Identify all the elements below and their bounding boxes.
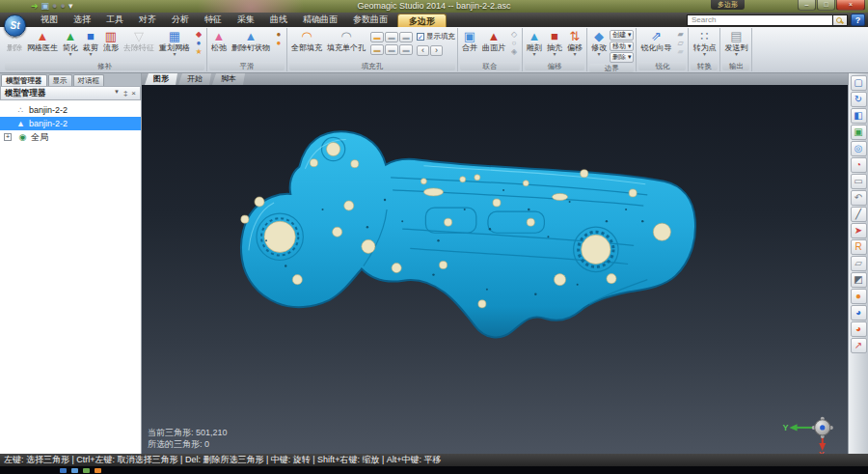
remesh-button[interactable]: ▦重划网格▾: [157, 28, 192, 58]
menu-item-分析[interactable]: 分析: [164, 13, 197, 27]
offset-button[interactable]: ⇅偏移▾: [565, 28, 584, 58]
taskbar-icon[interactable]: [60, 468, 67, 473]
modify-boundary-button[interactable]: ◆修改▾: [589, 28, 609, 58]
sphere-tool-icon[interactable]: ●: [193, 39, 204, 47]
fill-flat-icon[interactable]: ▬: [399, 32, 413, 42]
minimize-button[interactable]: –: [798, 0, 816, 11]
display-mode-icon[interactable]: ▢: [851, 75, 867, 91]
menu-item-采集[interactable]: 采集: [230, 13, 262, 27]
link-icon[interactable]: ○: [508, 39, 520, 47]
trim-button[interactable]: ■裁剪▾: [81, 28, 100, 58]
boolean-icon[interactable]: ◇: [508, 30, 520, 39]
panel-pin-icon[interactable]: ‡: [123, 89, 127, 98]
qat-dropdown-icon[interactable]: ▾: [68, 1, 73, 11]
datum-display-icon[interactable]: ◔: [851, 157, 867, 173]
spin-ball-icon[interactable]: ●: [851, 289, 867, 304]
decimate-button[interactable]: ▲简化▾: [61, 28, 80, 58]
sharpen-edge-icon[interactable]: ▰: [674, 30, 686, 39]
help-button[interactable]: ?: [851, 14, 865, 26]
viewport-tab-图形[interactable]: 图形: [145, 73, 177, 85]
measure-icon[interactable]: ╱: [851, 207, 867, 222]
nav-arrow-button[interactable]: ‹: [417, 45, 429, 56]
import-icon[interactable]: ➜: [31, 1, 39, 11]
denoise-icon[interactable]: ●: [273, 39, 285, 47]
menu-item-视图[interactable]: 视图: [33, 13, 66, 27]
flatten-edge-icon[interactable]: ▱: [674, 39, 686, 47]
menu-item-选择[interactable]: 选择: [66, 13, 98, 27]
lasso-select-icon[interactable]: R: [851, 239, 867, 255]
hole-grow-icon[interactable]: ▬: [399, 44, 413, 55]
flag-view-icon[interactable]: ◕: [851, 305, 867, 321]
menu-item-参数曲面[interactable]: 参数曲面: [345, 13, 395, 27]
partial-fill-icon[interactable]: ▬: [385, 44, 398, 55]
axis-reset-icon[interactable]: ↗: [851, 338, 867, 353]
rotate-view-icon[interactable]: ↻: [851, 92, 867, 107]
small-button-删除[interactable]: 删除 ▾: [610, 52, 634, 63]
paint-select-icon[interactable]: ▱: [851, 256, 867, 271]
zoom-window-icon[interactable]: ◎: [851, 141, 867, 156]
undo-icon[interactable]: ●: [52, 1, 57, 11]
snapshot-icon[interactable]: ▣: [851, 125, 867, 140]
orbit-icon[interactable]: ◕: [851, 321, 867, 337]
convert-to-points-button[interactable]: ∷转为点▾: [691, 28, 718, 58]
send-to-button[interactable]: ▤发送到▾: [722, 28, 749, 58]
maximize-button[interactable]: □: [817, 0, 835, 11]
menu-item-工具[interactable]: 工具: [98, 13, 131, 27]
panel-tab-对话框[interactable]: 对话框: [73, 74, 105, 86]
app-logo[interactable]: St: [4, 14, 26, 37]
viewport-canvas[interactable]: Y X 当前三角形: 501,210 所选的三角形: 0: [142, 85, 848, 454]
search-button[interactable]: [833, 14, 848, 26]
tree-item-banjin-2-2[interactable]: ▲banjin-2-2: [0, 117, 141, 130]
manifold-button[interactable]: ▥流形: [101, 28, 121, 53]
merge-button[interactable]: ▣合并: [460, 28, 479, 53]
tab-polygons[interactable]: 多边形: [397, 14, 447, 27]
relax-button[interactable]: ▲松弛: [209, 28, 229, 53]
bridge-icon[interactable]: ▬: [370, 44, 384, 55]
shade-view-icon[interactable]: ◧: [851, 108, 867, 124]
small-button-创建[interactable]: 创建 ▾: [610, 30, 634, 41]
mesh-doctor-button[interactable]: ▲网格医生: [25, 28, 60, 53]
small-button-移动[interactable]: 移动 ▾: [610, 42, 634, 52]
viewport-tab-开始[interactable]: 开始: [178, 73, 211, 85]
tree-item-label: banjin-2-2: [29, 105, 68, 115]
panel-dropdown-icon[interactable]: ▼: [114, 89, 120, 98]
fill-tangent-icon[interactable]: ▬: [385, 32, 398, 42]
panel-close-icon[interactable]: ×: [131, 89, 136, 98]
fill-single-button[interactable]: ◠填充单个孔: [325, 28, 367, 53]
tree-item-banjin-2-2[interactable]: ∴banjin-2-2: [0, 103, 141, 117]
panel-tab-显示[interactable]: 显示: [48, 74, 72, 86]
panel-tab-模型管理器[interactable]: 模型管理器: [1, 74, 47, 86]
selection-box-icon[interactable]: ▭: [851, 174, 867, 189]
save-icon[interactable]: ▣: [41, 1, 50, 11]
select-arrow-icon[interactable]: ➤: [851, 223, 867, 238]
menu-item-对齐[interactable]: 对齐: [131, 13, 164, 27]
star-tool-icon[interactable]: ★: [193, 47, 204, 56]
redo-icon[interactable]: ●: [61, 1, 66, 11]
shell-button[interactable]: ■抽壳▾: [545, 28, 564, 58]
taskbar-icon[interactable]: [95, 468, 101, 473]
taskbar-icon[interactable]: [83, 468, 90, 473]
show-fill-checkbox[interactable]: ✓显示填充: [417, 32, 455, 42]
menu-item-曲线[interactable]: 曲线: [262, 13, 295, 27]
fill-curvature-icon[interactable]: ▬: [370, 32, 384, 42]
sharpen-wizard-button[interactable]: ⇗锐化向导: [638, 28, 673, 53]
remove-spikes-button[interactable]: ▲删除钉状物: [230, 28, 272, 53]
fill-all-button[interactable]: ◠全部填充: [289, 28, 324, 53]
taskbar-icon[interactable]: [71, 468, 78, 473]
patches-button[interactable]: ▲曲面片: [480, 28, 507, 53]
viewport-tab-脚本[interactable]: 脚本: [212, 73, 245, 85]
tree-item-全局[interactable]: +◉全局: [0, 130, 141, 144]
sandpaper-icon[interactable]: ●: [273, 30, 285, 39]
pin-tool-icon[interactable]: ◆: [193, 30, 204, 39]
menu-item-精确曲面[interactable]: 精确曲面: [295, 13, 345, 27]
tree-expander-icon[interactable]: +: [4, 133, 12, 141]
sculpt-button[interactable]: ▲雕刻▾: [525, 28, 544, 58]
search-input[interactable]: [687, 14, 833, 26]
menu-item-特征[interactable]: 特征: [197, 13, 230, 27]
stitch-icon[interactable]: ◈: [508, 47, 520, 56]
extend-edge-icon[interactable]: ▰: [674, 47, 686, 56]
undo-view-icon[interactable]: ↶: [851, 190, 867, 206]
nav-arrow-button[interactable]: ›: [430, 45, 443, 56]
close-button[interactable]: ×: [836, 0, 865, 11]
custom-view-icon[interactable]: ◩: [851, 272, 867, 288]
